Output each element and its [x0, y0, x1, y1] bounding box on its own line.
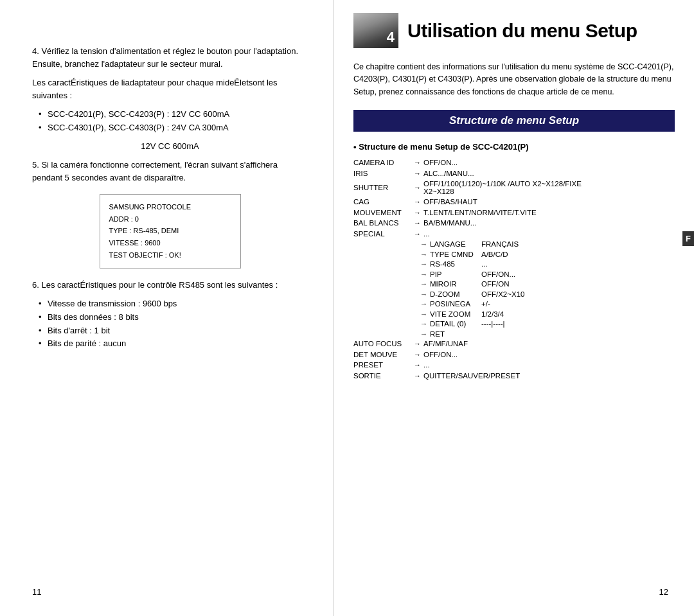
right-page: 4 Utilisation du menu Setup Ce chapitre …: [334, 0, 694, 616]
sub-label: MIROIR: [430, 281, 481, 288]
arrow-icon: →: [414, 362, 421, 369]
sub-value: A/B/C/D: [481, 251, 508, 259]
sub-label: VITE ZOOM: [430, 311, 481, 319]
menu-row-special: SPECIAL → ...: [353, 231, 675, 238]
sub-label: LANGAGE: [430, 241, 481, 249]
sub-label: DETAIL (0): [430, 321, 481, 328]
menu-value: ...: [423, 231, 430, 238]
arrow-icon: →: [414, 351, 421, 358]
sub-value: FRANÇAIS: [481, 241, 519, 249]
para-2: Les caractÉristiques de liadaptateur pou…: [32, 76, 308, 101]
arrow-icon: →: [414, 159, 421, 166]
sub-row-posi-nega: → POSI/NEGA +/-: [418, 301, 675, 308]
bullet-item: SCC-C4201(P), SCC-C4203(P) : 12V CC 600m…: [39, 108, 308, 121]
menu-value: BA/BM/MANU...: [423, 220, 476, 227]
special-submenu: → LANGAGE FRANÇAIS → TYPE CMND A/B/C/D →…: [418, 241, 675, 338]
arrow-icon: →: [414, 184, 421, 191]
menu-row-cag: CAG → OFF/BAS/HAUT: [353, 198, 675, 206]
indent-text: 12V CC 600mA: [32, 140, 308, 153]
menu-label: SPECIAL: [353, 231, 411, 238]
arrow-icon: →: [414, 340, 421, 348]
page-number-right: 12: [659, 587, 668, 597]
menu-value: QUITTER/SAUVER/PRESET: [423, 373, 520, 380]
sub-row-vite-zoom: → VITE ZOOM 1/2/3/4: [418, 311, 675, 319]
sub-label: RET: [430, 331, 481, 339]
menu-label: PRESET: [353, 362, 411, 369]
menu-row-mouvement: MOUVEMENT → T.LENT/LENT/NORM/VITE/T.VITE: [353, 209, 675, 217]
menu-label: IRIS: [353, 170, 411, 178]
protocol-line-1: SAMSUNG PROTOCOLE: [109, 201, 231, 213]
menu-value: ALC.../MANU...: [423, 170, 474, 178]
menu-value: OFF/ON...: [423, 159, 458, 167]
menu-label: SORTIE: [353, 373, 411, 380]
bullet-item: Bits des données : 8 bits: [39, 311, 308, 324]
menu-label: AUTO FOCUS: [353, 340, 411, 348]
sub-row-pip: → PIP OFF/ON...: [418, 271, 675, 279]
chapter-number: 4: [387, 29, 395, 46]
menu-row-auto-focus: AUTO FOCUS → AF/MF/UNAF: [353, 340, 675, 348]
menu-row-shutter: SHUTTER → OFF/1/100(1/120)~1/10K /AUTO X…: [353, 180, 675, 195]
protocol-line-3: TYPE : RS-485, DEMI: [109, 225, 231, 237]
menu-row-preset: PRESET → ...: [353, 362, 675, 369]
menu-row-bal-blancs: BAL BLANCS → BA/BM/MANU...: [353, 220, 675, 227]
arrow-icon: →: [420, 281, 427, 288]
sub-row-detail: → DETAIL (0) ----|----|: [418, 321, 675, 328]
arrow-icon: →: [420, 251, 427, 258]
arrow-icon: →: [414, 198, 421, 206]
arrow-icon: →: [414, 170, 421, 177]
sub-label: POSI/NEGA: [430, 301, 481, 308]
left-content: 4. Vérifiez la tension d'alimentation et…: [32, 45, 308, 351]
sub-label: TYPE CMND: [430, 251, 481, 259]
bullet-list-2: Vitesse de transmission : 9600 bps Bits …: [39, 297, 308, 351]
sub-row-dzoom: → D-ZOOM OFF/X2~X10: [418, 291, 675, 299]
arrow-icon: →: [420, 331, 427, 338]
sub-label: D-ZOOM: [430, 291, 481, 299]
arrow-icon: →: [414, 373, 421, 380]
menu-label: CAG: [353, 198, 411, 206]
sub-value: OFF/ON: [481, 281, 509, 288]
page-number-left: 11: [32, 587, 41, 597]
left-page: 4. Vérifiez la tension d'alimentation et…: [0, 0, 334, 616]
chapter-title: Utilisation du menu Setup: [407, 20, 637, 42]
menu-label: CAMERA ID: [353, 159, 411, 167]
arrow-icon: →: [414, 220, 421, 227]
right-intro: Ce chapitre contient des informations su…: [353, 61, 675, 98]
protocol-line-5: TEST OBJECTIF : OK!: [109, 249, 231, 261]
sub-value: ...: [481, 261, 488, 268]
bullet-item: Vitesse de transmission : 9600 bps: [39, 297, 308, 311]
sub-value: ----|----|: [481, 321, 505, 328]
page: 4. Vérifiez la tension d'alimentation et…: [0, 0, 694, 616]
para-4: 6. Les caractÉristiques pour le contrôle…: [32, 279, 308, 292]
menu-row-iris: IRIS → ALC.../MANU...: [353, 170, 675, 178]
bullet-item: Bits de parité : aucun: [39, 337, 308, 351]
menu-value: AF/MF/UNAF: [423, 340, 468, 348]
sub-value: +/-: [481, 301, 490, 308]
para-1: 4. Vérifiez la tension d'alimentation et…: [32, 45, 308, 70]
menu-value: T.LENT/LENT/NORM/VITE/T.VITE: [423, 209, 537, 217]
menu-diagram: CAMERA ID → OFF/ON... IRIS → ALC.../MANU…: [353, 159, 675, 380]
sub-row-ret: → RET: [418, 331, 675, 339]
sub-row-rs485: → RS-485 ...: [418, 261, 675, 268]
sub-title: • Structure de menu Setup de SCC-C4201(P…: [353, 142, 675, 152]
menu-label: DET MOUVE: [353, 351, 411, 359]
protocol-box: SAMSUNG PROTOCOLE ADDR : 0 TYPE : RS-485…: [100, 194, 241, 268]
protocol-line-4: VITESSE : 9600: [109, 237, 231, 249]
bullet-item: Bits d'arrêt : 1 bit: [39, 324, 308, 338]
menu-label: SHUTTER: [353, 184, 411, 192]
para-3: 5. Si la caméra fonctionne correctement,…: [32, 159, 308, 184]
menu-value: ...: [423, 362, 430, 369]
menu-label: MOUVEMENT: [353, 209, 411, 217]
menu-label: BAL BLANCS: [353, 220, 411, 227]
chapter-icon: 4: [353, 13, 398, 48]
sub-label: PIP: [430, 271, 481, 279]
f-badge: F: [682, 231, 694, 246]
protocol-line-2: ADDR : 0: [109, 213, 231, 225]
arrow-icon: →: [420, 291, 427, 298]
sub-label: RS-485: [430, 261, 481, 268]
arrow-icon: →: [414, 209, 421, 216]
sub-row-miroir: → MIROIR OFF/ON: [418, 281, 675, 288]
chapter-header: 4 Utilisation du menu Setup: [353, 13, 675, 48]
arrow-icon: →: [420, 261, 427, 268]
menu-value: OFF/ON...: [423, 351, 458, 359]
menu-row-det-mouve: DET MOUVE → OFF/ON...: [353, 351, 675, 359]
